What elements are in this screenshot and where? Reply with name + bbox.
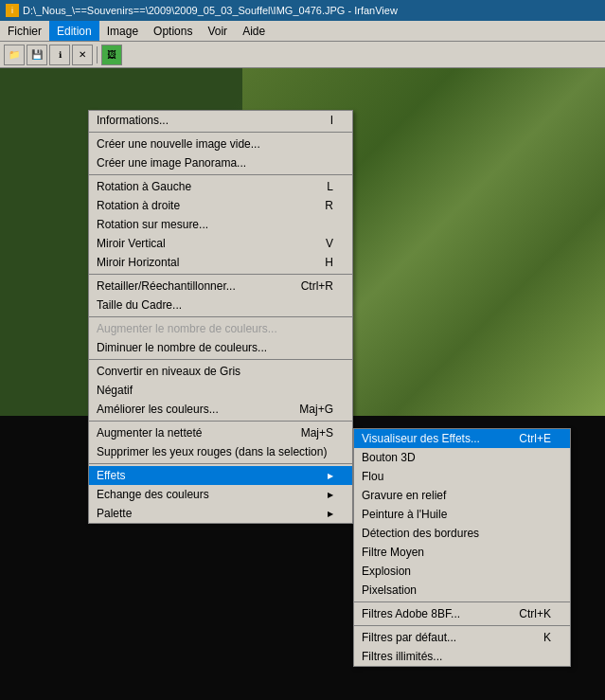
menu-image[interactable]: Image xyxy=(99,21,146,41)
menu-visualiseur[interactable]: Visualiseur des Effets... Ctrl+E xyxy=(354,429,570,448)
menu-ameliorer-couleurs[interactable]: Améliorer les couleurs... Maj+G xyxy=(89,400,352,419)
menu-effets[interactable]: Effets xyxy=(89,466,352,485)
toolbar: 📁 💾 ℹ ✕ 🖼 xyxy=(0,42,605,68)
menu-negatif[interactable]: Négatif xyxy=(89,381,352,400)
menu-miroir-vertical[interactable]: Miroir Vertical V xyxy=(89,234,352,253)
toolbar-open[interactable]: 📁 xyxy=(4,45,25,65)
menu-niveaux-gris[interactable]: Convertir en niveaux de Gris xyxy=(89,362,352,381)
menu-filtres-adobe[interactable]: Filtres Adobe 8BF... Ctrl+K xyxy=(354,604,570,623)
menu-miroir-horizontal[interactable]: Miroir Horizontal H xyxy=(89,253,352,272)
menu-bar: Fichier Edition Image Options Voir Aide xyxy=(0,21,605,42)
menu-edition[interactable]: Edition xyxy=(49,21,99,41)
menu-rotation-droite[interactable]: Rotation à droite R xyxy=(89,196,352,215)
menu-taille-cadre[interactable]: Taille du Cadre... xyxy=(89,296,352,314)
menu-fichier[interactable]: Fichier xyxy=(0,21,49,41)
sep-effects-1 xyxy=(354,601,570,602)
toolbar-separator xyxy=(97,46,98,63)
menu-rotation-gauche[interactable]: Rotation à Gauche L xyxy=(89,177,352,196)
menu-aide[interactable]: Aide xyxy=(235,21,273,41)
menu-supprimer-yeux-rouges[interactable]: Supprimer les yeux rouges (dans la selec… xyxy=(89,442,352,461)
menu-rotation-mesure[interactable]: Rotation sur mesure... xyxy=(89,215,352,234)
menu-augmenter-couleurs: Augmenter le nombre de couleurs... xyxy=(89,319,352,338)
menu-informations[interactable]: Informations... I xyxy=(89,111,352,130)
sep-4 xyxy=(89,316,352,317)
sep-2 xyxy=(89,174,352,175)
menu-palette[interactable]: Palette xyxy=(89,504,352,523)
menu-peinture[interactable]: Peinture à l'Huile xyxy=(354,505,570,524)
toolbar-info[interactable]: ℹ xyxy=(49,45,70,65)
menu-explosion[interactable]: Explosion xyxy=(354,562,570,581)
image-dropdown-menu: Informations... I Créer une nouvelle ima… xyxy=(88,110,353,524)
sep-effects-2 xyxy=(354,625,570,626)
menu-flou[interactable]: Flou xyxy=(354,467,570,486)
toolbar-save[interactable]: 💾 xyxy=(27,45,47,65)
menu-filtres-illimites[interactable]: Filtres illimités... xyxy=(354,647,570,666)
menu-diminuer-couleurs[interactable]: Diminuer le nombre de couleurs... xyxy=(89,338,352,357)
sep-6 xyxy=(89,421,352,422)
title-bar: i D:\_Nous_\==Souvenirs==\2009\2009_05_0… xyxy=(0,0,605,21)
menu-filtre-moyen[interactable]: Filtre Moyen xyxy=(354,543,570,562)
main-area: Informations... I Créer une nouvelle ima… xyxy=(0,68,605,700)
sep-5 xyxy=(89,359,352,360)
menu-echange-couleurs[interactable]: Echange des couleurs xyxy=(89,485,352,504)
title-text: D:\_Nous_\==Souvenirs==\2009\2009_05_03_… xyxy=(23,5,398,16)
menu-nouvelle-image[interactable]: Créer une nouvelle image vide... xyxy=(89,135,352,153)
toolbar-close[interactable]: ✕ xyxy=(72,45,93,65)
toolbar-image[interactable]: 🖼 xyxy=(101,45,122,65)
effects-submenu: Visualiseur des Effets... Ctrl+E Bouton … xyxy=(353,428,571,667)
menu-bouton3d[interactable]: Bouton 3D xyxy=(354,448,570,467)
menu-augmenter-nettete[interactable]: Augmenter la netteté Maj+S xyxy=(89,423,352,442)
sep-7 xyxy=(89,463,352,464)
menu-voir[interactable]: Voir xyxy=(200,21,235,41)
menu-panorama[interactable]: Créer une image Panorama... xyxy=(89,153,352,172)
sep-3 xyxy=(89,274,352,275)
menu-options[interactable]: Options xyxy=(146,21,200,41)
menu-gravure[interactable]: Gravure en relief xyxy=(354,486,570,505)
menu-detection[interactable]: Détection des bordures xyxy=(354,524,570,543)
menu-retailler[interactable]: Retailler/Réechantillonner... Ctrl+R xyxy=(89,277,352,296)
menu-pixelsation[interactable]: Pixelsation xyxy=(354,581,570,600)
app-icon: i xyxy=(6,4,19,17)
sep-1 xyxy=(89,132,352,133)
menu-filtres-defaut[interactable]: Filtres par défaut... K xyxy=(354,628,570,647)
